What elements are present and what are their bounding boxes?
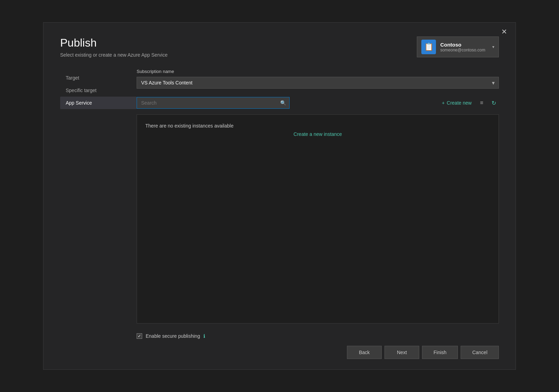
back-button[interactable]: Back	[347, 346, 382, 359]
finish-button[interactable]: Finish	[422, 346, 458, 359]
refresh-button[interactable]: ↻	[489, 98, 499, 108]
main-content: Target Specific target App Service Subsc…	[60, 69, 499, 339]
dialog-header: Publish Select existing or create a new …	[60, 36, 499, 58]
content-area: Subscription name VS Azure Tools Content…	[137, 69, 499, 339]
secure-publishing-label: Enable secure publishing	[146, 333, 200, 339]
sidebar-item-app-service[interactable]: App Service	[60, 97, 137, 109]
sidebar-item-target[interactable]: Target	[60, 72, 137, 84]
create-instance-link[interactable]: Create a new instance	[145, 131, 490, 137]
secure-publishing-section: Enable secure publishing ℹ	[137, 333, 499, 339]
account-avatar-icon: 📋	[421, 40, 436, 54]
search-input[interactable]	[137, 97, 290, 109]
sidebar-item-specific-target[interactable]: Specific target	[60, 84, 137, 97]
account-badge[interactable]: 📋 Contoso someone@contoso.com ▾	[417, 36, 499, 57]
close-button[interactable]: ✕	[499, 27, 510, 36]
subscription-dropdown[interactable]: VS Azure Tools Content	[137, 77, 499, 89]
dialog-subtitle: Select existing or create a new Azure Ap…	[60, 52, 168, 58]
search-wrapper: 🔍	[137, 97, 290, 109]
publish-dialog: ✕ Publish Select existing or create a ne…	[43, 22, 516, 370]
dialog-title: Publish	[60, 36, 168, 49]
account-name: Contoso	[440, 42, 485, 48]
account-info: Contoso someone@contoso.com	[440, 42, 485, 52]
dialog-footer: Back Next Finish Cancel	[60, 339, 499, 359]
secure-publishing-checkbox[interactable]	[137, 333, 142, 339]
search-toolbar: 🔍 + Create new ≡ ↻	[137, 97, 499, 109]
account-chevron-icon: ▾	[492, 44, 494, 49]
filter-button[interactable]: ≡	[477, 98, 486, 108]
header-left: Publish Select existing or create a new …	[60, 36, 168, 58]
sidebar: Target Specific target App Service	[60, 69, 137, 339]
create-new-plus-icon: +	[442, 100, 445, 106]
account-email: someone@contoso.com	[440, 48, 485, 52]
next-button[interactable]: Next	[384, 346, 419, 359]
subscription-dropdown-wrapper: VS Azure Tools Content	[137, 77, 499, 89]
no-instances-text: There are no existing instances availabl…	[145, 123, 490, 129]
info-icon[interactable]: ℹ	[203, 333, 205, 339]
cancel-button[interactable]: Cancel	[461, 346, 499, 359]
create-new-label: Create new	[447, 100, 472, 106]
instances-panel: There are no existing instances availabl…	[137, 114, 499, 324]
subscription-section: Subscription name VS Azure Tools Content	[137, 69, 499, 89]
create-new-button[interactable]: + Create new	[439, 98, 475, 108]
subscription-label: Subscription name	[137, 69, 499, 74]
